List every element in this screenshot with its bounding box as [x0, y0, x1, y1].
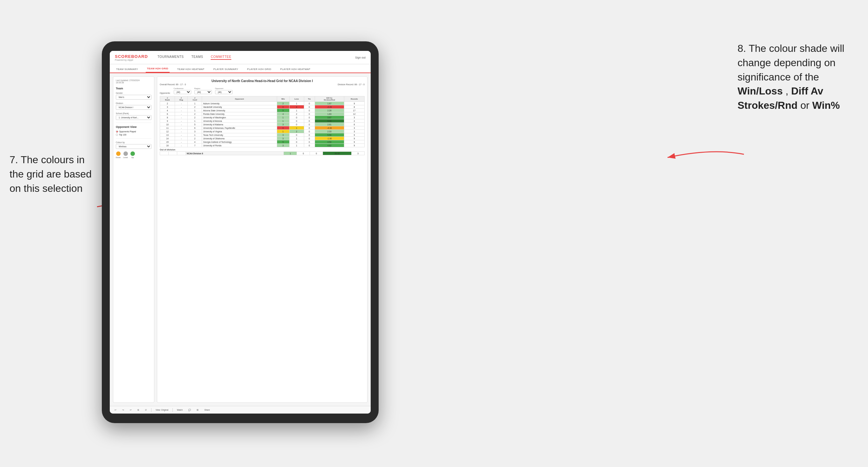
cell-win: 4	[277, 112, 289, 116]
nav-tournaments[interactable]: TOURNAMENTS	[157, 55, 184, 60]
logo-sub: Powered by clippd	[115, 59, 148, 61]
toolbar-watch[interactable]: Watch	[175, 408, 184, 412]
cell-reg: -	[175, 119, 188, 123]
table-row: 8 - 2 University of Washington 1 0 0 3.6…	[160, 116, 365, 119]
cell-rounds: 8	[344, 105, 364, 109]
cell-conf: 4	[188, 140, 202, 144]
sub-nav-player-summary[interactable]: PLAYER SUMMARY	[212, 66, 239, 72]
cell-conf: 7	[188, 144, 202, 147]
sub-nav: TEAM SUMMARY TEAM H2H GRID TEAM H2H HEAT…	[110, 64, 371, 73]
tablet-frame: SCOREBOARD Powered by clippd TOURNAMENTS…	[102, 41, 379, 423]
cell-opponent: University of Virginia	[202, 130, 277, 133]
cell-conf: 3	[188, 130, 202, 133]
nav-teams[interactable]: TEAMS	[191, 55, 203, 60]
sub-nav-player-h2h-grid[interactable]: PLAYER H2H GRID	[246, 66, 273, 72]
ood-reg	[168, 152, 177, 155]
cell-rank: 10	[160, 123, 175, 126]
table-row: 6 - 2 Florida State University 4 2 0 1.8…	[160, 112, 365, 116]
cell-win: 1	[277, 116, 289, 119]
cell-win: 0	[277, 105, 289, 109]
legend-up-circle	[130, 151, 135, 156]
cell-conf: 2	[188, 105, 202, 109]
th-loss: Loss	[289, 96, 304, 102]
cell-reg: -	[175, 144, 188, 147]
legend-down: Down	[116, 151, 121, 158]
nav-committee[interactable]: COMMITTEE	[211, 55, 231, 60]
ood-loss: 0	[297, 152, 310, 155]
cell-diff: -1.00	[315, 137, 344, 140]
th-tie: Tie	[304, 96, 315, 102]
cell-tie: 0	[304, 109, 315, 112]
annotation-right-number: 8.	[738, 43, 746, 54]
toolbar-grid[interactable]: ⊞	[195, 408, 200, 412]
annotation-left-number: 7.	[9, 154, 18, 165]
school-select[interactable]: 1. University of Nort...	[116, 115, 151, 120]
cell-loss: 2	[289, 130, 304, 133]
annotation-right-sep1: ,	[785, 85, 791, 97]
cell-loss: 0	[289, 116, 304, 119]
radio-top100[interactable]: Top 100	[116, 134, 151, 136]
cell-conf: 2	[188, 137, 202, 140]
cell-rank: 8	[160, 116, 175, 119]
gender-label: Gender	[116, 92, 151, 94]
sub-nav-player-h2h-heatmap[interactable]: PLAYER H2H HEATMAP	[279, 66, 311, 72]
gender-select[interactable]: Men's	[116, 95, 151, 100]
sub-nav-team-h2h-grid[interactable]: TEAM H2H GRID	[146, 65, 169, 72]
table-row: 11 - 6 University of Arkansas, Fayettevi…	[160, 126, 365, 130]
ood-tie: 0	[310, 152, 323, 155]
opponents-label: Opponents:	[160, 92, 170, 94]
cell-rounds: 9	[344, 102, 364, 105]
cell-win: 3	[277, 137, 289, 140]
opponent-filter-select[interactable]: (All)	[215, 90, 232, 94]
region-filter-select[interactable]: (All)	[194, 90, 212, 94]
cell-rank: 13	[160, 133, 175, 137]
cell-loss: 4	[289, 105, 304, 109]
colour-by-label: Colour by	[116, 141, 151, 144]
cell-loss: 1	[289, 102, 304, 105]
sub-nav-team-h2h-heatmap[interactable]: TEAM H2H HEATMAP	[176, 66, 206, 72]
cell-rounds: 2	[344, 119, 364, 123]
cell-diff: -2.29	[315, 105, 344, 109]
toolbar-comments[interactable]: 💬	[187, 408, 192, 412]
annotation-right-sep2: or	[800, 100, 812, 111]
cell-rank: 2	[160, 102, 175, 105]
cell-rank: 16	[160, 144, 175, 147]
radio-opponents-played[interactable]: Opponents Played	[116, 130, 151, 133]
cell-opponent: University of Florida	[202, 144, 277, 147]
cell-loss: 1	[289, 109, 304, 112]
table-row: 9 - 1 University of Arizona 1 0 0 9.00 2	[160, 119, 365, 123]
th-rank: #Rank	[160, 96, 175, 102]
ood-rounds: 3	[351, 152, 364, 155]
panel-timestamp: Last Updated: 27/03/2024 16:55:38	[116, 79, 151, 84]
conference-filter-select[interactable]: (All)	[174, 90, 191, 94]
colour-by-select[interactable]: Win/loss	[116, 144, 151, 149]
cell-rounds: 9	[344, 133, 364, 137]
cell-tie: 0	[304, 102, 315, 105]
grid-records: Overall Record: 89 - 17 - 0 Division Rec…	[160, 83, 365, 86]
cell-rounds: 9	[344, 144, 364, 147]
cell-rounds: 3	[344, 126, 364, 130]
sub-nav-team-summary[interactable]: TEAM SUMMARY	[115, 66, 140, 72]
cell-conf: 2	[188, 112, 202, 116]
toolbar-undo[interactable]: ↩	[113, 408, 118, 412]
ood-rank	[160, 152, 168, 155]
table-row: 15 - 4 Georgia Institute of Technology 5…	[160, 140, 365, 144]
toolbar-clock[interactable]: ⏱	[143, 408, 149, 412]
sign-out[interactable]: Sign out	[355, 56, 366, 59]
toolbar-back[interactable]: ↩	[128, 408, 133, 412]
data-table: #Rank #Reg #Conf Opponent Win Loss Tie D…	[160, 96, 365, 147]
ood-conf	[177, 152, 186, 155]
toolbar-view[interactable]: View: Original	[154, 408, 170, 412]
toolbar-redo[interactable]: ↪	[121, 408, 126, 412]
toolbar-copy[interactable]: ⧉	[136, 408, 141, 412]
cell-loss: 1	[289, 144, 304, 147]
team-section-title: Team	[116, 87, 151, 90]
cell-reg: -	[175, 123, 188, 126]
ood-division: NCAA Division II	[186, 152, 283, 155]
cell-win: 3	[277, 144, 289, 147]
toolbar-share[interactable]: Share	[203, 408, 211, 412]
division-select[interactable]: NCAA Division I	[116, 105, 151, 110]
cell-diff: 9.00	[315, 119, 344, 123]
cell-tie: 0	[304, 137, 315, 140]
out-of-division-row: NCAA Division II 1 0 0 26.00 3	[160, 152, 365, 155]
